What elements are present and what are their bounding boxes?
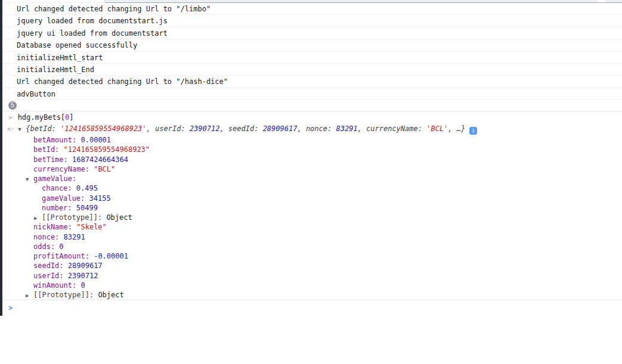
- tree-row: winAmount: 0: [0, 281, 622, 290]
- tree-row-prototype: ▶[[Prototype]]: Object: [0, 290, 622, 300]
- property-key: gameValue:: [33, 175, 76, 183]
- console-message: advButton: [0, 88, 622, 100]
- return-value-icon: <·: [7, 125, 14, 133]
- property-key: profitAmount:: [33, 252, 94, 260]
- property-key: betId:: [33, 145, 64, 154]
- console-message-text: advButton: [17, 90, 55, 98]
- console-message: Url changed detected changing Url to "/l…: [0, 3, 622, 15]
- property-value: "BCL": [94, 165, 115, 173]
- tree-row: nonce: 83291: [0, 232, 622, 242]
- property-value: 0: [81, 281, 85, 290]
- property-value: 0.495: [76, 184, 98, 192]
- toolbar-notch: [598, 0, 605, 2]
- property-value: 83291: [64, 233, 85, 241]
- preview-value: '124165859554968923': [60, 125, 147, 133]
- console-message: Url changed detected changing Url to "/h…: [0, 76, 622, 88]
- preview-key: seedId:: [228, 125, 263, 133]
- expand-triangle-icon[interactable]: ▶: [34, 213, 42, 223]
- page-edge-bar: [0, 0, 2, 316]
- preview-key: currencyName:: [366, 125, 426, 133]
- preview-key: userId:: [155, 125, 190, 133]
- property-key: [[Prototype]]:: [33, 291, 98, 299]
- preview-separator: ,: [147, 125, 155, 133]
- property-value: 28909617: [68, 262, 103, 270]
- property-key: number:: [42, 204, 76, 212]
- console-message-text: jquery ui loaded from documentstart: [17, 29, 168, 38]
- property-key: [[Prototype]]:: [42, 213, 106, 222]
- message-count-badge: 5: [8, 101, 17, 110]
- property-key: winAmount:: [33, 281, 81, 290]
- result-row: <·▼{betId: '124165859554968923', userId:…: [0, 123, 622, 135]
- property-key: currencyName:: [33, 165, 94, 173]
- property-key: odds:: [33, 242, 59, 251]
- expand-triangle-icon[interactable]: ▼: [18, 123, 26, 136]
- property-value: 0.00001: [81, 136, 111, 144]
- command-echo-row: >hdg.myBets[0]: [0, 111, 622, 123]
- console-message: jquery loaded from documentstart.js: [0, 15, 622, 27]
- expand-triangle-icon[interactable]: ▶: [26, 291, 33, 300]
- property-key: betTime:: [33, 155, 72, 164]
- property-value: 50499: [76, 204, 98, 212]
- command-chevron-icon: >: [8, 114, 13, 122]
- console-message: Database opened successfully: [0, 39, 622, 51]
- property-key: betAmount:: [33, 136, 81, 144]
- console-input[interactable]: >: [0, 300, 622, 315]
- tree-row: betId: "124165859554968923": [0, 145, 622, 154]
- tree-row: betTime: 1687424664364: [0, 155, 622, 164]
- tree-row: seedId: 28909617: [0, 261, 622, 270]
- expand-triangle-icon[interactable]: ▼: [26, 175, 33, 184]
- console-message-text: jquery loaded from documentstart.js: [17, 17, 168, 25]
- preview-key: betId:: [30, 125, 60, 133]
- console-message: jquery ui loaded from documentstart: [0, 27, 622, 39]
- preview-ellipsis: …: [457, 125, 461, 133]
- preview-close-brace: }: [461, 125, 465, 133]
- console-group-row: 5: [0, 100, 622, 111]
- property-value: 1687424664364: [72, 155, 128, 164]
- tree-row: profitAmount: -0.00001: [0, 251, 622, 261]
- tree-row: ▼gameValue:: [0, 174, 622, 183]
- property-value: "124165859554968923": [64, 145, 150, 154]
- prompt-chevron-icon: >: [8, 304, 13, 312]
- tree-row: betAmount: 0.00001: [0, 135, 622, 145]
- console-message-text: Url changed detected changing Url to "/h…: [17, 77, 228, 86]
- console-message-text: initializeHmtl_End: [17, 66, 94, 74]
- console-message: initializeHmtl_End: [0, 64, 622, 76]
- property-key: chance:: [42, 184, 76, 192]
- property-key: seedId:: [33, 262, 68, 270]
- preview-value: 'BCL': [426, 125, 448, 133]
- tree-row: currencyName: "BCL": [0, 164, 622, 174]
- toolbar-edge: [105, 0, 622, 3]
- preview-separator: ,: [219, 125, 228, 133]
- preview-separator: ,: [297, 125, 305, 133]
- property-value: Object: [98, 291, 123, 299]
- console-message: initializeHmtl_start: [0, 52, 622, 64]
- console-message-text: Database opened successfully: [17, 41, 137, 49]
- tree-row: gameValue: 34155: [0, 194, 622, 203]
- property-value: "Skele": [76, 223, 107, 231]
- property-value: 0: [59, 242, 63, 251]
- tree-row: chance: 0.495: [0, 183, 622, 193]
- tree-row: odds: 0: [0, 242, 622, 251]
- property-key: gameValue:: [42, 194, 89, 203]
- tree-row: nickName: "Skele": [0, 222, 622, 232]
- object-preview[interactable]: {betId: '124165859554968923', userId: 23…: [26, 125, 465, 133]
- property-key: nickName:: [33, 223, 76, 231]
- property-key: nonce:: [33, 233, 64, 241]
- preview-separator: ,: [358, 125, 366, 133]
- property-value: 2390712: [68, 272, 98, 280]
- property-value: -0.00001: [94, 252, 128, 260]
- command-text-suffix: ]: [69, 113, 73, 122]
- console-message-text: Url changed detected changing Url to "/l…: [17, 5, 211, 13]
- preview-value: 83291: [336, 125, 357, 133]
- console-message-text: initializeHmtl_start: [17, 54, 103, 62]
- property-value: Object: [106, 213, 132, 222]
- info-icon[interactable]: i: [469, 127, 477, 135]
- command-text: hdg.myBets[: [18, 113, 65, 122]
- property-key: userId:: [33, 272, 68, 280]
- tree-row: number: 50499: [0, 203, 622, 213]
- tree-row-prototype: ▶[[Prototype]]: Object: [0, 213, 622, 222]
- preview-separator: ,: [448, 125, 456, 133]
- tree-row: userId: 2390712: [0, 271, 622, 281]
- preview-value: 2390712: [190, 125, 220, 133]
- preview-value: 28909617: [263, 125, 298, 133]
